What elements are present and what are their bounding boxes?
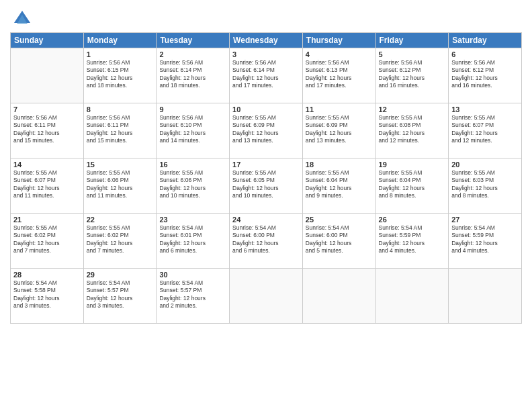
calendar-cell: 22Sunrise: 5:55 AM Sunset: 6:02 PM Dayli… — [83, 214, 157, 269]
day-info: Sunrise: 5:55 AM Sunset: 6:05 PM Dayligh… — [232, 169, 300, 200]
day-info: Sunrise: 5:56 AM Sunset: 6:11 PM Dayligh… — [13, 114, 81, 145]
day-info: Sunrise: 5:55 AM Sunset: 6:04 PM Dayligh… — [306, 169, 373, 200]
day-number: 24 — [232, 216, 300, 224]
day-info: Sunrise: 5:55 AM Sunset: 6:04 PM Dayligh… — [379, 169, 446, 200]
day-info: Sunrise: 5:56 AM Sunset: 6:12 PM Dayligh… — [379, 59, 446, 90]
day-number: 5 — [379, 50, 446, 58]
day-info: Sunrise: 5:56 AM Sunset: 6:14 PM Dayligh… — [159, 59, 226, 90]
day-info: Sunrise: 5:55 AM Sunset: 6:06 PM Dayligh… — [159, 169, 226, 200]
day-info: Sunrise: 5:55 AM Sunset: 6:07 PM Dayligh… — [451, 114, 519, 145]
day-header-monday: Monday — [83, 33, 157, 48]
week-row-2: 7Sunrise: 5:56 AM Sunset: 6:11 PM Daylig… — [11, 103, 522, 158]
day-info: Sunrise: 5:55 AM Sunset: 6:02 PM Dayligh… — [13, 224, 81, 255]
day-number: 4 — [306, 50, 373, 58]
calendar-cell: 16Sunrise: 5:55 AM Sunset: 6:06 PM Dayli… — [157, 158, 230, 214]
day-number: 28 — [13, 271, 81, 279]
day-info: Sunrise: 5:54 AM Sunset: 5:57 PM Dayligh… — [159, 279, 226, 310]
day-info: Sunrise: 5:55 AM Sunset: 6:02 PM Dayligh… — [87, 224, 154, 255]
calendar-cell: 25Sunrise: 5:54 AM Sunset: 6:00 PM Dayli… — [302, 214, 375, 269]
day-info: Sunrise: 5:55 AM Sunset: 6:09 PM Dayligh… — [232, 114, 300, 145]
day-number: 2 — [159, 50, 226, 58]
day-number: 19 — [379, 161, 446, 169]
calendar-cell: 19Sunrise: 5:55 AM Sunset: 6:04 PM Dayli… — [375, 158, 449, 214]
calendar-cell: 14Sunrise: 5:55 AM Sunset: 6:07 PM Dayli… — [11, 158, 84, 214]
day-number: 30 — [159, 271, 226, 279]
day-info: Sunrise: 5:54 AM Sunset: 5:58 PM Dayligh… — [13, 279, 81, 310]
day-number: 14 — [13, 161, 81, 169]
calendar-cell — [230, 269, 303, 324]
calendar-cell: 4Sunrise: 5:56 AM Sunset: 6:13 PM Daylig… — [302, 48, 375, 103]
day-info: Sunrise: 5:54 AM Sunset: 5:59 PM Dayligh… — [451, 224, 519, 255]
calendar-cell: 28Sunrise: 5:54 AM Sunset: 5:58 PM Dayli… — [11, 269, 84, 324]
day-header-tuesday: Tuesday — [157, 33, 230, 48]
day-info: Sunrise: 5:55 AM Sunset: 6:08 PM Dayligh… — [379, 114, 446, 145]
day-info: Sunrise: 5:55 AM Sunset: 6:03 PM Dayligh… — [451, 169, 519, 200]
calendar-cell: 27Sunrise: 5:54 AM Sunset: 5:59 PM Dayli… — [449, 214, 522, 269]
header — [10, 7, 522, 28]
calendar-cell: 20Sunrise: 5:55 AM Sunset: 6:03 PM Dayli… — [449, 158, 522, 214]
header-row: SundayMondayTuesdayWednesdayThursdayFrid… — [11, 33, 522, 48]
day-number: 6 — [451, 50, 519, 58]
day-number: 25 — [306, 216, 373, 224]
day-header-friday: Friday — [375, 33, 449, 48]
logo — [10, 9, 32, 28]
calendar-cell: 8Sunrise: 5:56 AM Sunset: 6:11 PM Daylig… — [83, 103, 157, 158]
calendar-cell: 10Sunrise: 5:55 AM Sunset: 6:09 PM Dayli… — [230, 103, 303, 158]
day-info: Sunrise: 5:54 AM Sunset: 5:57 PM Dayligh… — [87, 279, 154, 310]
day-info: Sunrise: 5:56 AM Sunset: 6:12 PM Dayligh… — [451, 59, 519, 90]
day-number: 27 — [451, 216, 519, 224]
day-info: Sunrise: 5:56 AM Sunset: 6:10 PM Dayligh… — [159, 114, 226, 145]
logo-icon — [13, 9, 32, 28]
day-number: 8 — [87, 105, 154, 113]
calendar-cell: 1Sunrise: 5:56 AM Sunset: 6:15 PM Daylig… — [83, 48, 157, 103]
day-header-wednesday: Wednesday — [230, 33, 303, 48]
calendar: SundayMondayTuesdayWednesdayThursdayFrid… — [10, 32, 522, 324]
calendar-cell: 21Sunrise: 5:55 AM Sunset: 6:02 PM Dayli… — [11, 214, 84, 269]
calendar-cell — [449, 269, 522, 324]
calendar-cell: 23Sunrise: 5:54 AM Sunset: 6:01 PM Dayli… — [157, 214, 230, 269]
day-info: Sunrise: 5:55 AM Sunset: 6:06 PM Dayligh… — [87, 169, 154, 200]
calendar-cell: 9Sunrise: 5:56 AM Sunset: 6:10 PM Daylig… — [157, 103, 230, 158]
calendar-cell — [11, 48, 84, 103]
page: SundayMondayTuesdayWednesdayThursdayFrid… — [0, 0, 532, 411]
day-info: Sunrise: 5:56 AM Sunset: 6:14 PM Dayligh… — [232, 59, 300, 90]
week-row-5: 28Sunrise: 5:54 AM Sunset: 5:58 PM Dayli… — [11, 269, 522, 324]
day-info: Sunrise: 5:54 AM Sunset: 6:00 PM Dayligh… — [306, 224, 373, 255]
day-info: Sunrise: 5:56 AM Sunset: 6:13 PM Dayligh… — [306, 59, 373, 90]
calendar-cell: 12Sunrise: 5:55 AM Sunset: 6:08 PM Dayli… — [375, 103, 449, 158]
day-info: Sunrise: 5:54 AM Sunset: 5:59 PM Dayligh… — [379, 224, 446, 255]
day-number: 11 — [306, 105, 373, 113]
day-number: 29 — [87, 271, 154, 279]
day-number: 20 — [451, 161, 519, 169]
day-number: 16 — [159, 161, 226, 169]
calendar-cell: 24Sunrise: 5:54 AM Sunset: 6:00 PM Dayli… — [230, 214, 303, 269]
day-number: 7 — [13, 105, 81, 113]
day-number: 9 — [159, 105, 226, 113]
day-number: 12 — [379, 105, 446, 113]
day-number: 3 — [232, 50, 300, 58]
day-header-sunday: Sunday — [11, 33, 84, 48]
day-number: 17 — [232, 161, 300, 169]
day-number: 15 — [87, 161, 154, 169]
calendar-cell: 2Sunrise: 5:56 AM Sunset: 6:14 PM Daylig… — [157, 48, 230, 103]
day-info: Sunrise: 5:55 AM Sunset: 6:09 PM Dayligh… — [306, 114, 373, 145]
week-row-3: 14Sunrise: 5:55 AM Sunset: 6:07 PM Dayli… — [11, 158, 522, 214]
day-info: Sunrise: 5:54 AM Sunset: 6:01 PM Dayligh… — [159, 224, 226, 255]
calendar-cell: 13Sunrise: 5:55 AM Sunset: 6:07 PM Dayli… — [449, 103, 522, 158]
calendar-cell — [375, 269, 449, 324]
calendar-cell: 15Sunrise: 5:55 AM Sunset: 6:06 PM Dayli… — [83, 158, 157, 214]
day-info: Sunrise: 5:54 AM Sunset: 6:00 PM Dayligh… — [232, 224, 300, 255]
calendar-cell — [302, 269, 375, 324]
calendar-cell: 26Sunrise: 5:54 AM Sunset: 5:59 PM Dayli… — [375, 214, 449, 269]
day-number: 1 — [87, 50, 154, 58]
day-header-thursday: Thursday — [302, 33, 375, 48]
day-number: 10 — [232, 105, 300, 113]
day-number: 18 — [306, 161, 373, 169]
calendar-cell: 29Sunrise: 5:54 AM Sunset: 5:57 PM Dayli… — [83, 269, 157, 324]
day-header-saturday: Saturday — [449, 33, 522, 48]
day-number: 26 — [379, 216, 446, 224]
calendar-cell: 7Sunrise: 5:56 AM Sunset: 6:11 PM Daylig… — [11, 103, 84, 158]
week-row-4: 21Sunrise: 5:55 AM Sunset: 6:02 PM Dayli… — [11, 214, 522, 269]
day-number: 22 — [87, 216, 154, 224]
calendar-cell: 17Sunrise: 5:55 AM Sunset: 6:05 PM Dayli… — [230, 158, 303, 214]
